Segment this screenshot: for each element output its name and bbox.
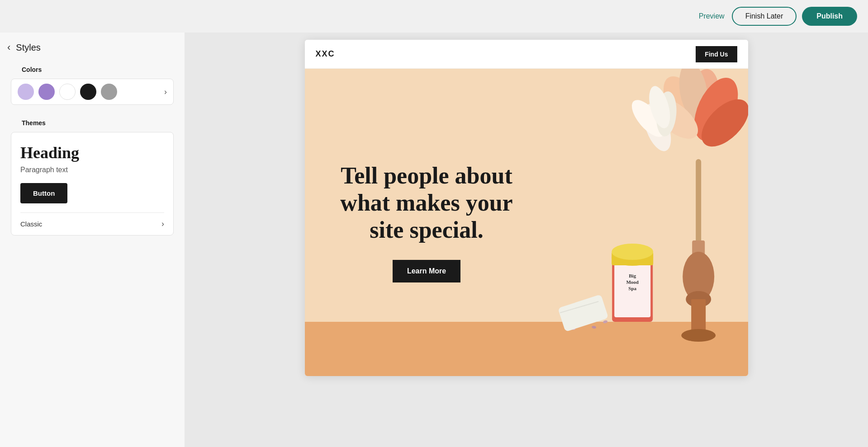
swatch-gray[interactable] <box>101 84 117 100</box>
svg-text:Mood: Mood <box>626 279 639 285</box>
swatches-chevron-icon: › <box>164 87 167 97</box>
site-nav-find-us-button[interactable]: Find Us <box>696 46 737 62</box>
themes-section: Themes Heading Paragraph text Button Cla… <box>0 116 185 246</box>
theme-chevron-icon: › <box>161 219 164 229</box>
sidebar-title: Styles <box>16 42 40 53</box>
svg-text:Spa: Spa <box>628 286 636 291</box>
back-button[interactable]: ‹ <box>7 42 10 53</box>
theme-footer: Classic › <box>20 212 164 235</box>
finish-later-button[interactable]: Finish Later <box>732 7 797 26</box>
color-swatches-row[interactable]: › <box>11 79 174 105</box>
hero-content: Tell people about what makes your site s… <box>305 126 549 318</box>
site-logo: XXC <box>316 49 335 59</box>
swatch-medium-purple[interactable] <box>38 84 55 100</box>
hero-illustration: Big Mood Spa <box>535 69 748 376</box>
sidebar-header: ‹ Styles <box>0 33 185 62</box>
svg-point-20 <box>612 244 653 260</box>
hero-title: Tell people about what makes your site s… <box>332 162 522 243</box>
hero-learn-more-button[interactable]: Learn More <box>393 260 460 282</box>
site-nav: XXC Find Us <box>305 40 748 69</box>
svg-rect-26 <box>558 294 608 332</box>
colors-section: Colors › <box>0 62 185 116</box>
theme-button[interactable]: Button <box>20 183 67 203</box>
main-layout: ‹ Styles Colors › Themes Heading Paragra… <box>0 33 868 447</box>
themes-label: Themes <box>11 116 174 132</box>
svg-text:Big: Big <box>629 273 636 278</box>
svg-point-22 <box>592 325 597 329</box>
svg-point-24 <box>603 320 608 324</box>
svg-point-15 <box>681 329 716 342</box>
publish-button[interactable]: Publish <box>802 7 857 26</box>
site-hero: Big Mood Spa Tell people about what make… <box>305 69 748 376</box>
swatch-white[interactable] <box>59 84 76 100</box>
preview-button[interactable]: Preview <box>699 12 725 20</box>
site-preview: XXC Find Us <box>305 40 748 376</box>
colors-label: Colors <box>11 62 174 79</box>
preview-area: XXC Find Us <box>185 33 868 447</box>
theme-card[interactable]: Heading Paragraph text Button Classic › <box>11 132 174 235</box>
theme-heading: Heading <box>20 143 164 162</box>
swatch-light-purple[interactable] <box>18 84 34 100</box>
sidebar: ‹ Styles Colors › Themes Heading Paragra… <box>0 33 185 447</box>
top-bar: Preview Finish Later Publish <box>0 0 868 33</box>
swatch-black[interactable] <box>80 84 96 100</box>
theme-name: Classic <box>20 220 42 228</box>
theme-paragraph: Paragraph text <box>20 166 164 174</box>
